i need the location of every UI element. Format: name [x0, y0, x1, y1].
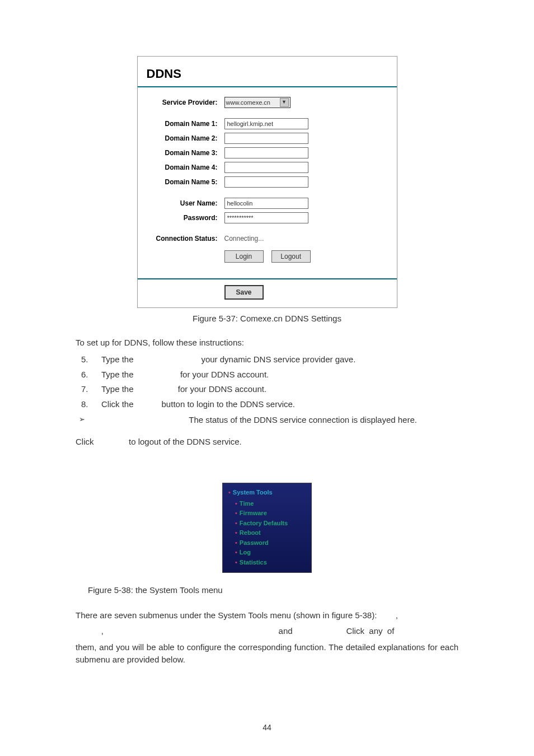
list-item: 7.Type the for your DDNS account. [76, 382, 458, 397]
instructions-intro: To set up for DDNS, follow these instruc… [76, 337, 458, 349]
menu-item-label: Reboot [240, 529, 261, 536]
label-domain-2: Domain Name 2: [138, 133, 224, 143]
menu-item-label: Password [240, 539, 269, 546]
step-number: 6. [76, 368, 101, 381]
step-number: 5. [76, 353, 101, 366]
chevron-down-icon[interactable]: ▼ [280, 98, 289, 107]
figure-37-caption: Figure 5-37: Comexe.cn DDNS Settings [76, 312, 458, 325]
label-user: User Name: [138, 198, 224, 208]
input-domain-4[interactable] [224, 162, 308, 173]
ddns-panel-title: DDNS [138, 57, 397, 86]
menu-item-label: Factory Defaults [240, 520, 288, 526]
bullet-icon: • [235, 529, 237, 536]
paragraph-line-3: them, and you will be able to configure … [76, 641, 458, 666]
login-button[interactable]: Login [224, 250, 264, 263]
label-domain-4: Domain Name 4: [138, 162, 224, 172]
system-tools-menu: •System Tools •Time •Firmware •Factory D… [222, 483, 312, 573]
label-service-provider: Service Provider: [138, 97, 224, 108]
paragraph-line-2: , and Click any of [76, 625, 458, 638]
list-item: 6.Type the for your DDNS account. [76, 367, 458, 382]
menu-item-label: Firmware [240, 510, 267, 516]
bullet-icon: • [235, 510, 237, 516]
list-item: 8.Click the button to login to the DDNS … [76, 397, 458, 412]
logout-button[interactable]: Logout [271, 250, 311, 263]
select-service-provider[interactable]: www.comexe.cn ▼ [224, 97, 291, 108]
step-text: Click the button to login to the DDNS se… [101, 398, 295, 411]
label-domain-3: Domain Name 3: [138, 148, 224, 158]
menu-item[interactable]: •Firmware [228, 508, 306, 518]
bullet-text: The status of the DDNS service connectio… [98, 414, 417, 427]
label-conn-status: Connection Status: [138, 234, 224, 244]
list-item: 5.Type the your dynamic DNS service prov… [76, 352, 458, 367]
input-user[interactable] [224, 198, 308, 209]
ddns-panel: DDNS Service Provider: www.comexe.cn ▼ D… [137, 56, 397, 308]
menu-item[interactable]: •Statistics [228, 557, 306, 567]
bullet-icon: • [235, 500, 237, 507]
step-text: Type the for your DDNS account. [101, 383, 266, 396]
step-number: 8. [76, 398, 101, 411]
steps-list: 5.Type the your dynamic DNS service prov… [76, 352, 458, 412]
menu-item[interactable]: •Time [228, 498, 306, 508]
step-text: Type the for your DDNS account. [101, 368, 269, 381]
menu-item[interactable]: •Factory Defaults [228, 518, 306, 528]
figure-38-caption: Figure 5-38: the System Tools menu [76, 584, 458, 597]
divider [138, 86, 397, 87]
bullet-icon: ➢ [76, 414, 98, 427]
input-domain-5[interactable] [224, 176, 308, 188]
label-domain-5: Domain Name 5: [138, 177, 224, 187]
divider [138, 278, 397, 279]
page-number: 44 [0, 722, 534, 734]
step-number: 7. [76, 383, 101, 396]
paragraph-line-1: There are seven submenus under the Syste… [76, 609, 458, 622]
menu-item-label: Statistics [240, 559, 267, 566]
bullet-icon: • [228, 489, 231, 496]
menu-item-label: Time [240, 500, 254, 507]
conn-status-value: Connecting... [224, 234, 264, 244]
menu-item[interactable]: •Log [228, 547, 306, 557]
bullet-icon: • [235, 520, 237, 526]
bullet-icon: • [235, 559, 237, 566]
menu-item[interactable]: •Password [228, 538, 306, 548]
input-domain-2[interactable] [224, 133, 308, 144]
input-domain-1[interactable] [224, 118, 308, 129]
input-password[interactable] [224, 212, 308, 223]
label-domain-1: Domain Name 1: [138, 119, 224, 129]
logout-instruction: Click to logout of the DDNS service. [76, 436, 458, 449]
bullet-icon: • [235, 549, 237, 556]
menu-item-label: Log [240, 549, 251, 556]
step-text: Type the your dynamic DNS service provid… [101, 353, 355, 366]
menu-top[interactable]: •System Tools [228, 488, 306, 498]
input-domain-3[interactable] [224, 147, 308, 158]
save-button[interactable]: Save [224, 285, 264, 300]
label-password: Password: [138, 213, 224, 223]
menu-item[interactable]: •Reboot [228, 528, 306, 538]
menu-top-label: System Tools [233, 489, 273, 496]
bullet-icon: • [235, 539, 237, 546]
select-service-provider-value: www.comexe.cn [226, 98, 270, 108]
bullet-row: ➢ The status of the DDNS service connect… [76, 413, 458, 432]
